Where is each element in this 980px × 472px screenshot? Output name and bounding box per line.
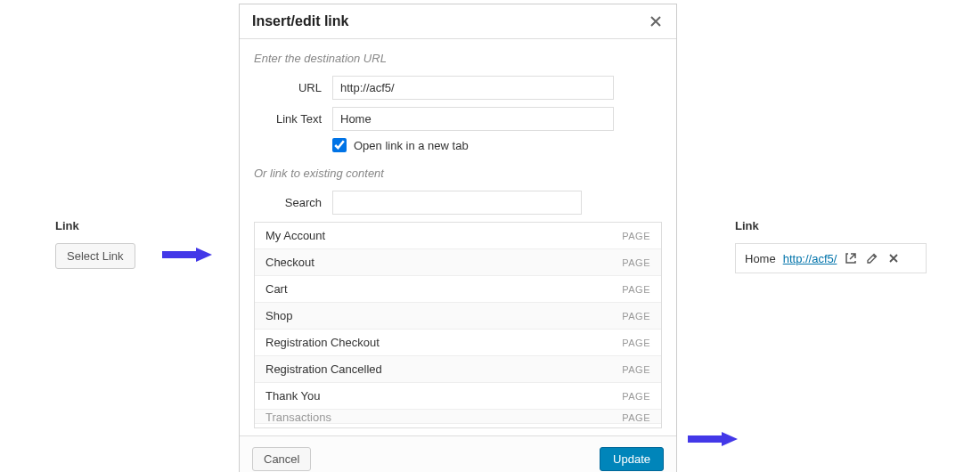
linktext-input[interactable] <box>332 107 614 131</box>
close-button[interactable] <box>648 13 664 29</box>
right-link-label: Link <box>735 219 927 232</box>
link-text-value: Home <box>745 252 776 265</box>
list-item-type: PAGE <box>622 231 650 241</box>
list-item-type: PAGE <box>622 257 650 268</box>
list-item[interactable]: Cart PAGE <box>255 276 661 303</box>
list-item-type: PAGE <box>622 391 650 402</box>
url-label: URL <box>254 81 332 94</box>
list-item-title: Transactions <box>265 411 331 424</box>
svg-rect-1 <box>688 435 722 443</box>
list-item[interactable]: Checkout PAGE <box>255 249 661 276</box>
search-row: Search <box>254 191 662 215</box>
list-item[interactable]: Shop PAGE <box>255 303 661 330</box>
dialog-title: Insert/edit link <box>252 13 348 29</box>
url-row: URL <box>254 76 662 100</box>
list-item[interactable]: Thank You PAGE <box>255 383 661 410</box>
linktext-label: Link Text <box>254 112 332 126</box>
list-item[interactable]: Transactions PAGE <box>255 410 661 424</box>
newtab-label: Open link in a new tab <box>354 139 469 152</box>
list-item-title: Registration Cancelled <box>265 362 382 376</box>
list-item-type: PAGE <box>622 311 650 321</box>
cancel-button[interactable]: Cancel <box>252 447 311 471</box>
remove-icon[interactable] <box>886 251 901 265</box>
update-button[interactable]: Update <box>600 447 664 471</box>
newtab-checkbox[interactable] <box>332 138 347 152</box>
linktext-row: Link Text <box>254 107 662 131</box>
edit-icon[interactable] <box>865 251 879 265</box>
dialog-header: Insert/edit link <box>240 4 676 39</box>
right-link-panel: Link Home http://acf5/ <box>735 219 927 273</box>
list-item-title: Cart <box>265 282 288 296</box>
list-item-title: My Account <box>265 229 325 242</box>
list-item-type: PAGE <box>622 284 650 295</box>
left-link-label: Link <box>55 219 216 232</box>
arrow-icon <box>686 427 739 451</box>
select-link-button[interactable]: Select Link <box>55 243 135 269</box>
dialog-footer: Cancel Update <box>240 435 676 472</box>
arrow-icon <box>160 243 214 266</box>
list-item-title: Registration Checkout <box>265 336 380 349</box>
existing-content-list: My Account PAGE Checkout PAGE Cart PAGE … <box>254 222 662 428</box>
list-item-title: Shop <box>265 309 292 322</box>
url-input[interactable] <box>332 76 614 100</box>
list-item-title: Checkout <box>265 256 314 269</box>
search-input[interactable] <box>332 191 582 215</box>
insert-edit-link-dialog: Insert/edit link Enter the destination U… <box>239 4 677 472</box>
search-label: Search <box>254 196 332 209</box>
list-item-title: Thank You <box>265 389 320 403</box>
newtab-row: Open link in a new tab <box>254 138 662 152</box>
list-item-type: PAGE <box>622 412 650 423</box>
list-item[interactable]: Registration Cancelled PAGE <box>255 356 661 383</box>
list-item-type: PAGE <box>622 364 650 375</box>
link-url[interactable]: http://acf5/ <box>783 252 837 265</box>
list-item[interactable]: My Account PAGE <box>255 223 661 249</box>
dialog-body: Enter the destination URL URL Link Text … <box>240 39 676 435</box>
svg-rect-0 <box>162 251 196 258</box>
or-link-section-label: Or link to existing content <box>254 167 662 180</box>
enter-url-section-label: Enter the destination URL <box>254 52 662 65</box>
external-link-icon[interactable] <box>844 251 858 265</box>
link-display: Home http://acf5/ <box>735 243 927 273</box>
list-item[interactable]: Registration Checkout PAGE <box>255 330 661 356</box>
list-item-type: PAGE <box>622 338 650 348</box>
